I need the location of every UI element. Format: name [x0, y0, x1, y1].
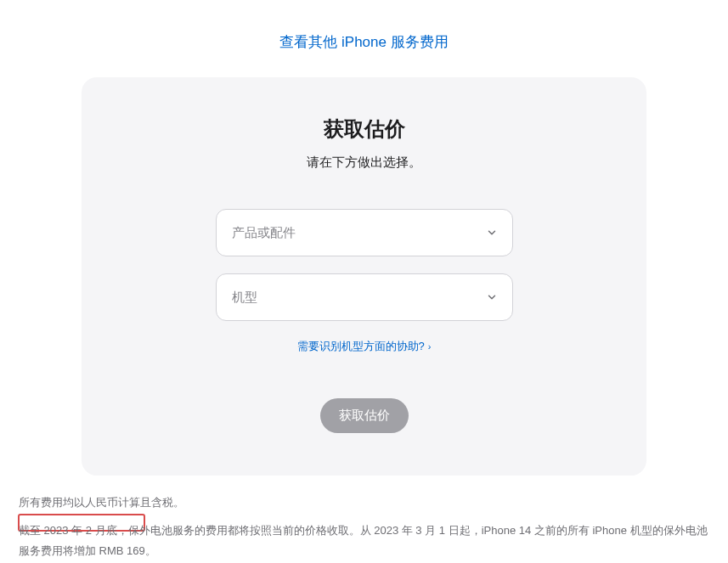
model-select-placeholder: 机型	[232, 290, 257, 306]
product-select-placeholder: 产品或配件	[232, 225, 296, 241]
disclaimer-section: 所有费用均以人民币计算且含税。 截至 2023 年 2 月底，保外电池服务的费用…	[14, 493, 714, 560]
top-link-container: 查看其他 iPhone 服务费用	[0, 0, 728, 77]
help-link-container: 需要识别机型方面的协助?›	[124, 338, 604, 354]
identify-model-help-link[interactable]: 需要识别机型方面的协助?›	[297, 340, 432, 352]
disclaimer-line-2: 截至 2023 年 2 月底，保外电池服务的费用都将按照当前的价格收取。从 20…	[19, 521, 709, 560]
disclaimer-line-1: 所有费用均以人民币计算且含税。	[19, 493, 709, 512]
model-select-wrap: 机型	[216, 273, 513, 321]
get-estimate-button[interactable]: 获取估价	[320, 398, 409, 433]
model-select[interactable]: 机型	[216, 273, 513, 321]
other-iphone-services-link[interactable]: 查看其他 iPhone 服务费用	[279, 34, 448, 50]
help-link-text: 需要识别机型方面的协助?	[297, 340, 425, 352]
button-row: 获取估价	[124, 398, 604, 433]
card-subtitle: 请在下方做出选择。	[124, 155, 604, 171]
chevron-right-icon: ›	[428, 341, 432, 352]
product-select-wrap: 产品或配件	[216, 209, 513, 256]
estimate-card: 获取估价 请在下方做出选择。 产品或配件 机型 需要识别机型方面的协助?› 获取…	[82, 77, 646, 476]
product-select[interactable]: 产品或配件	[216, 209, 513, 256]
card-title: 获取估价	[124, 115, 604, 143]
